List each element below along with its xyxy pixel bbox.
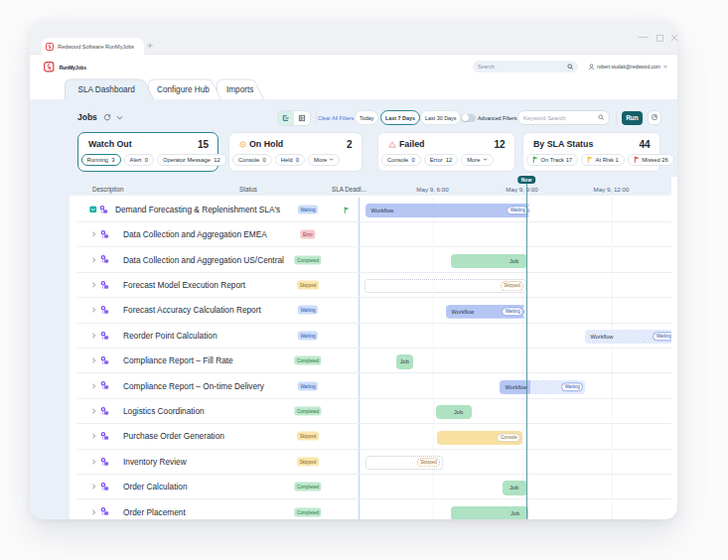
user-menu[interactable]: robert.siudak@redwood.com — [588, 61, 668, 72]
expand-chevron-icon[interactable] — [91, 383, 96, 389]
tab-configure-hub-label: Configure Hub — [157, 84, 210, 93]
card-pill[interactable]: Running 3 — [81, 154, 121, 167]
expand-chevron-icon[interactable] — [91, 282, 96, 288]
run-button[interactable]: Run — [622, 111, 643, 125]
table-view-button[interactable] — [294, 111, 310, 125]
card-pill[interactable]: Alert 0 — [124, 154, 154, 167]
gantt-bar[interactable]: Skipped — [364, 279, 526, 293]
expand-chevron-icon[interactable] — [91, 484, 96, 490]
keyword-search-placeholder: Keyword Search — [523, 115, 598, 121]
card-watch-out[interactable]: Watch Out 15 Running 3Alert 0Operator Me… — [77, 132, 218, 172]
gantt-bar[interactable]: Job — [436, 405, 472, 419]
minimize-icon[interactable] — [638, 32, 649, 43]
row-label: Order Placement — [123, 507, 186, 517]
expand-chevron-icon[interactable] — [91, 333, 96, 339]
maximize-icon[interactable] — [655, 33, 665, 44]
new-tab-icon[interactable] — [146, 42, 154, 50]
gantt-view-button[interactable] — [278, 111, 294, 125]
card-count: 2 — [347, 139, 353, 150]
export-button[interactable] — [648, 110, 661, 125]
card-pill[interactable]: On Track 17 — [526, 154, 578, 167]
table-row[interactable]: Data Collection and Aggregation US/Centr… — [77, 247, 671, 272]
card-pill[interactable]: Console 0 — [381, 154, 421, 167]
status-badge: Completed — [294, 483, 321, 491]
jobs-chevron-down-icon[interactable] — [116, 115, 123, 121]
tab-sla-dashboard[interactable]: SLA Dashboard — [65, 77, 156, 99]
table-row[interactable]: Compliance Report – On-time DeliveryWait… — [77, 373, 671, 398]
card-by-sla-status[interactable]: By SLA Status 44 On Track 17At Risk 1Mis… — [522, 132, 660, 172]
gantt-bar[interactable]: WorkflowWaiting — [585, 330, 676, 344]
close-icon[interactable] — [668, 32, 678, 44]
refresh-icon[interactable] — [103, 113, 111, 121]
expand-chevron-icon[interactable] — [91, 433, 96, 439]
gantt-bar[interactable]: Job — [396, 354, 414, 368]
tab-sla-dashboard-label: SLA Dashboard — [78, 84, 135, 93]
expand-chevron-icon[interactable] — [91, 459, 96, 465]
collapse-toggle-icon[interactable] — [89, 206, 97, 213]
toolbar-divider-2 — [616, 111, 617, 125]
card-pill[interactable]: Missed 26 — [628, 154, 674, 167]
expand-chevron-icon[interactable] — [91, 307, 96, 313]
table-row[interactable]: Forecast Accuracy Calculation ReportWait… — [77, 298, 671, 323]
card-pill[interactable]: More — [461, 154, 493, 167]
card-pill-label: Missed 26 — [642, 157, 667, 163]
card-pill[interactable]: Operator Message 12 — [157, 154, 226, 167]
table-row[interactable]: Demand Forecasting & Replenishment SLA's… — [77, 198, 671, 222]
range-last-30-days-button[interactable]: Last 30 Days — [420, 110, 461, 125]
nav-tabs: Configure Hub Imports SLA Dashboard — [30, 77, 677, 99]
range-last-7-days-button[interactable]: Last 7 Days — [380, 110, 420, 125]
table-row[interactable]: Order CalculationCompletedJob — [77, 475, 671, 499]
bar-status-pill: Waiting — [561, 382, 583, 391]
bar-status-pill: Waiting — [502, 307, 523, 316]
search-icon — [567, 64, 574, 70]
gantt-bar[interactable]: Job — [451, 254, 527, 268]
runmyjobs-logo-icon — [44, 62, 55, 72]
gantt-bar[interactable]: Job — [503, 481, 527, 494]
card-pill-label: Operator Message 12 — [163, 157, 220, 163]
tab-imports[interactable]: Imports — [217, 77, 266, 99]
expand-chevron-icon[interactable] — [91, 509, 96, 515]
expand-chevron-icon[interactable] — [91, 231, 96, 237]
card-pill[interactable]: Error 12 — [424, 154, 459, 167]
advanced-filters-toggle[interactable] — [461, 114, 476, 122]
card-pill[interactable]: At Risk 1 — [581, 154, 625, 167]
workflow-icon — [100, 331, 109, 341]
expand-chevron-icon[interactable] — [91, 257, 96, 263]
gantt-bar[interactable]: WorkflowWaiting — [500, 380, 585, 394]
header-search-input[interactable]: Search — [473, 61, 578, 72]
expand-chevron-icon[interactable] — [91, 408, 96, 414]
more-chevron-icon — [329, 157, 334, 162]
table-row[interactable]: Inventory ReviewSkippedSkipped — [77, 450, 671, 475]
card-on-hold[interactable]: On Hold 2 Console 0Held 0More — [228, 132, 363, 172]
gantt-bar[interactable]: WorkflowWaiting — [365, 204, 530, 217]
card-pill[interactable]: Console 0 — [232, 154, 272, 167]
table-row[interactable]: Data Collection and Aggregation EMEAErro… — [77, 222, 671, 247]
table-row[interactable]: Order PlacementCompletedJob — [77, 499, 671, 519]
card-pill-label: On Track 17 — [541, 157, 573, 163]
gantt-bar[interactable]: Job — [451, 506, 528, 519]
card-failed[interactable]: Failed 12 Console 0Error 12More — [377, 132, 515, 172]
expand-chevron-icon[interactable] — [91, 357, 96, 363]
tab-configure-hub[interactable]: Configure Hub — [148, 77, 223, 99]
table-row[interactable]: Compliance Report – Fill RateCompletedJo… — [77, 349, 671, 373]
row-label: Data Collection and Aggregation US/Centr… — [123, 255, 284, 265]
table-row[interactable]: Reorder Point CalculationWaitingWorkflow… — [77, 324, 671, 349]
table-row[interactable]: Purchase Order GenerationSkippedConsole — [77, 424, 671, 449]
workflow-icon-wrap — [100, 306, 109, 315]
clear-all-filters-link[interactable]: Clear All Filters — [318, 115, 354, 121]
bar-status-pill: Console — [497, 433, 520, 442]
gantt-bar[interactable]: WorkflowWaiting — [446, 305, 525, 319]
browser-tab[interactable]: Redwood Software RunMyJobs — [42, 38, 144, 55]
keyword-search-input[interactable]: Keyword Search — [517, 110, 610, 125]
card-pill[interactable]: Held 0 — [275, 154, 305, 167]
table-row[interactable]: Logistics CoordinationCompletedJob — [77, 399, 671, 424]
card-pill[interactable]: More — [308, 154, 340, 167]
range-today-button[interactable]: Today — [355, 110, 378, 125]
gantt-bar[interactable]: Skipped — [365, 456, 443, 470]
brand-name: RunMyJobs — [60, 65, 87, 70]
gantt-bar[interactable]: Console — [437, 431, 522, 445]
table-row[interactable]: Forecast Model Execution ReportSkippedSk… — [77, 273, 671, 298]
card-title: By SLA Status — [533, 139, 639, 149]
jobs-title: Jobs — [77, 112, 97, 122]
status-badge: Error — [300, 230, 315, 239]
